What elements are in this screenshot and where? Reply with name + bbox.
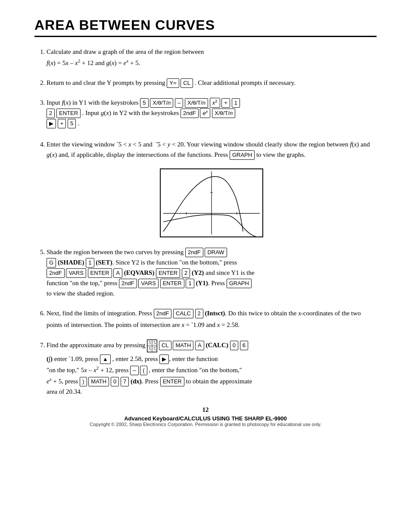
key-vars: VARS: [66, 268, 86, 278]
key-xthetan3: X/θ/T/n: [212, 109, 235, 118]
key-2ndf-5a: 2ndF: [185, 248, 203, 257]
key-cl: CL: [181, 78, 193, 88]
key-enter-5c: ENTER: [160, 279, 184, 288]
key-ex: ex: [200, 108, 210, 118]
key-graph-5: GRAPH: [227, 279, 252, 288]
key-1b: 1: [186, 279, 194, 288]
key-closeparen: ): [80, 377, 87, 386]
key-g: G: [47, 258, 56, 268]
key-1a: 1: [86, 258, 94, 268]
key-minus-7: –: [130, 366, 138, 375]
key-x2: x2: [210, 98, 220, 108]
key-0-7b: 0: [111, 377, 119, 386]
key-2ndf: 2ndF: [181, 109, 199, 118]
key-2ndf-5b: 2ndF: [47, 268, 65, 278]
key-math-7b: MATH: [88, 377, 109, 386]
content-area: Calculate and draw a graph of the area o…: [34, 47, 377, 397]
key-graph: GRAPH: [230, 150, 255, 160]
key-arrow-right: ▶: [47, 119, 56, 128]
footer-copyright: Copyright © 2002, Sharp Electronics Corp…: [34, 422, 377, 427]
key-7: 7: [121, 377, 129, 386]
page-number: 12: [34, 406, 377, 414]
step-7-text: Find the approximate area by pressing 55…: [47, 342, 252, 395]
key-enter-5b: ENTER: [156, 268, 180, 278]
footer: Advanced Keyboard/CALCULUS USING THE SHA…: [34, 415, 377, 427]
key-calc: CALC: [173, 309, 193, 318]
key-a-7: A: [195, 341, 204, 350]
graph-container: [47, 168, 377, 237]
title-divider: [34, 36, 377, 37]
key-right-7: ▶: [159, 355, 169, 364]
key-0-7: 0: [230, 341, 238, 350]
graph-svg: [161, 169, 262, 236]
step-2-text: Return to and clear the Y prompts by pre…: [47, 79, 296, 86]
step-1-text: Calculate and draw a graph of the area o…: [47, 48, 204, 66]
key-5b: 5: [68, 119, 76, 128]
step-3-text: Input f(x) in Y1 with the keystrokes 5 X…: [47, 99, 240, 127]
key-xthetan: X/θ/T/n: [150, 98, 173, 108]
steps-list: Calculate and draw a graph of the area o…: [34, 47, 377, 397]
step-4: Enter the viewing window -5 < x < 5 and …: [47, 138, 377, 237]
key-2: 2: [47, 109, 55, 118]
key-grid: 55 55: [147, 339, 157, 352]
key-vars-5c: VARS: [138, 279, 158, 288]
key-2ndf-6: 2ndF: [154, 309, 172, 318]
key-xthetan2: X/θ/T/n: [185, 98, 208, 108]
key-y-equals: Y=: [167, 78, 179, 88]
step-7: Find the approximate area by pressing 55…: [47, 339, 377, 397]
page-title: AREA BETWEEN CURVES: [34, 17, 377, 33]
key-plus: +: [221, 98, 230, 108]
key-5: 5: [140, 98, 148, 108]
key-2a: 2: [182, 268, 190, 278]
key-1: 1: [232, 98, 240, 108]
key-enter-7: ENTER: [160, 377, 184, 386]
step-6: Next, find the limits of integration. Pr…: [47, 308, 377, 330]
key-up: ▲: [100, 355, 111, 364]
key-2b: 2: [195, 309, 203, 318]
key-plus2: +: [58, 119, 66, 128]
step-6-text: Next, find the limits of integration. Pr…: [47, 310, 361, 328]
step-3: Input f(x) in Y1 with the keystrokes 5 X…: [47, 97, 377, 128]
key-openparen: (: [140, 366, 147, 375]
key-6: 6: [240, 341, 248, 350]
step-2: Return to and clear the Y prompts by pre…: [47, 78, 377, 88]
key-enter-5: ENTER: [88, 268, 112, 278]
step-4-text: Enter the viewing window -5 < x < 5 and …: [47, 141, 370, 158]
key-enter: ENTER: [56, 109, 81, 118]
key-minus: –: [175, 98, 183, 108]
key-math-7: MATH: [173, 341, 193, 350]
step-5-text: Shade the region between the two curves …: [47, 249, 255, 297]
graph-box: [160, 168, 263, 237]
step-1: Calculate and draw a graph of the area o…: [47, 47, 377, 68]
footer-title: Advanced Keyboard/CALCULUS USING THE SHA…: [34, 415, 377, 422]
key-a: A: [113, 268, 122, 278]
key-draw: DRAW: [205, 248, 227, 257]
step-5: Shade the region between the two curves …: [47, 247, 377, 299]
key-cl-7: CL: [159, 341, 171, 350]
key-2ndf-5c: 2ndF: [119, 279, 137, 288]
